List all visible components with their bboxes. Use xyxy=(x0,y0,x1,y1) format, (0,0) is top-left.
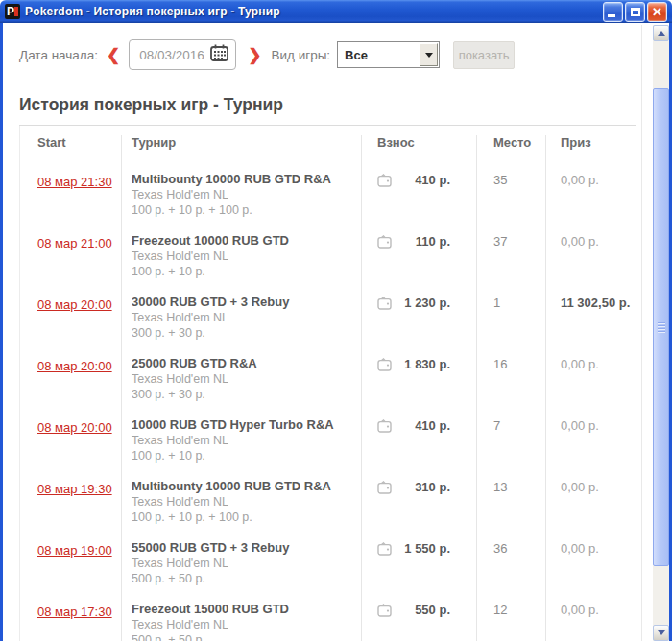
col-header-prize: Приз xyxy=(545,135,636,164)
start-date-label: Дата начала: xyxy=(19,48,98,62)
tournament-name: Freezeout 15000 RUB GTD xyxy=(132,602,361,617)
place-value: 37 xyxy=(476,226,545,287)
game-type-select[interactable]: Все xyxy=(337,41,440,68)
date-input[interactable]: 08/03/2016 xyxy=(129,39,236,70)
tournament-fee-breakdown: 300 р. + 30 р. xyxy=(132,387,361,402)
show-button[interactable]: показать xyxy=(453,41,515,69)
tournament-date-link[interactable]: 08 мар 20:00 xyxy=(37,420,112,435)
pokerdom-logo-icon: P xyxy=(5,4,20,19)
tournament-game-type: Texas Hold'em NL xyxy=(132,494,361,510)
prize-value: 0,00 р. xyxy=(545,594,636,641)
maximize-button[interactable] xyxy=(625,2,645,22)
table-row: 08 мар 20:00 30000 RUB GTD + 3 Rebuy Tex… xyxy=(20,287,636,348)
app-window: P Pokerdom - История покерных игр - Турн… xyxy=(0,0,672,641)
tournament-date-link[interactable]: 08 мар 19:00 xyxy=(37,543,112,558)
tournament-game-type: Texas Hold'em NL xyxy=(132,249,361,264)
maximize-icon xyxy=(631,8,640,16)
tournament-date-link[interactable]: 08 мар 17:30 xyxy=(37,605,112,619)
table-row: 08 мар 19:30 Multibounty 10000 RUB GTD R… xyxy=(20,471,636,533)
window-body: Дата начала: ❮ 08/03/2016 xyxy=(0,23,672,641)
wallet-icon xyxy=(377,604,392,621)
table-row: 08 мар 21:30 Multibounty 10000 RUB GTD R… xyxy=(20,164,636,226)
table-row: 08 мар 19:00 55000 RUB GTD + 3 Rebuy Tex… xyxy=(20,533,636,594)
title-bar[interactable]: P Pokerdom - История покерных игр - Турн… xyxy=(0,0,672,23)
wallet-icon xyxy=(377,174,392,191)
table-body: 08 мар 21:30 Multibounty 10000 RUB GTD R… xyxy=(20,164,636,641)
wallet-icon xyxy=(377,358,392,375)
col-header-start: Start xyxy=(20,135,121,164)
tournament-fee-breakdown: 300 р. + 30 р. xyxy=(132,325,361,341)
thumb-grip-icon xyxy=(658,322,665,334)
tournament-name: 30000 RUB GTD + 3 Rebuy xyxy=(132,295,361,310)
filter-bar: Дата начала: ❮ 08/03/2016 xyxy=(3,23,669,75)
buyin-amount: 410 р. xyxy=(415,173,450,187)
prize-value: 0,00 р. xyxy=(545,348,636,410)
tournament-name: 10000 RUB GTD Hyper Turbo R&A xyxy=(132,417,361,433)
place-value: 12 xyxy=(476,594,545,641)
scroll-up-button[interactable] xyxy=(653,25,669,41)
tournament-name: Multibounty 10000 RUB GTD R&A xyxy=(132,479,361,494)
tournament-fee-breakdown: 500 р. + 50 р. xyxy=(132,571,361,586)
prize-value: 0,00 р. xyxy=(545,471,636,533)
scroll-down-button[interactable] xyxy=(653,625,669,641)
minimize-button[interactable] xyxy=(603,2,623,22)
close-icon: ✕ xyxy=(648,4,666,21)
scrollbar-track[interactable] xyxy=(653,41,669,625)
prev-date-arrow[interactable]: ❮ xyxy=(107,47,120,63)
close-button[interactable]: ✕ xyxy=(647,2,667,22)
place-value: 16 xyxy=(476,348,545,410)
place-value: 35 xyxy=(476,164,545,226)
game-type-value: Все xyxy=(345,48,368,62)
buyin-amount: 1 550 р. xyxy=(404,541,450,556)
tournament-fee-breakdown: 100 р. + 10 р. + 100 р. xyxy=(132,202,361,218)
prize-value: 11 302,50 р. xyxy=(545,287,636,348)
table-header-row: Start Турнир Взнос Место Приз xyxy=(20,126,636,164)
tournament-name: Freezeout 10000 RUB GTD xyxy=(132,233,361,249)
vertical-scrollbar[interactable] xyxy=(653,25,669,641)
place-value: 7 xyxy=(476,410,545,471)
table-row: 08 мар 20:00 10000 RUB GTD Hyper Turbo R… xyxy=(20,410,636,471)
tournament-date-link[interactable]: 08 мар 21:00 xyxy=(37,236,112,250)
buyin-amount: 1 830 р. xyxy=(404,357,450,371)
next-date-arrow[interactable]: ❯ xyxy=(248,47,261,63)
buyin-amount: 1 230 р. xyxy=(404,296,450,310)
place-value: 36 xyxy=(476,533,545,594)
table-row: 08 мар 17:30 Freezeout 15000 RUB GTD Tex… xyxy=(20,594,636,641)
table-row: 08 мар 21:00 Freezeout 10000 RUB GTD Tex… xyxy=(20,226,636,287)
window-title: Pokerdom - История покерных игр - Турнир xyxy=(25,5,603,18)
tournament-date-link[interactable]: 08 мар 20:00 xyxy=(37,297,112,312)
dropdown-button[interactable] xyxy=(420,43,438,66)
tournament-date-link[interactable]: 08 мар 20:00 xyxy=(37,359,112,373)
content-gutter-line xyxy=(641,25,642,641)
place-value: 1 xyxy=(476,287,545,348)
table-row: 08 мар 20:00 25000 RUB GTD R&A Texas Hol… xyxy=(20,348,636,410)
buyin-amount: 550 р. xyxy=(415,603,450,617)
prize-value: 0,00 р. xyxy=(545,226,636,287)
scrollbar-thumb[interactable] xyxy=(653,88,669,566)
prize-value: 0,00 р. xyxy=(545,164,636,226)
scroll-up-icon xyxy=(658,31,665,36)
tournament-date-link[interactable]: 08 мар 19:30 xyxy=(37,482,112,496)
buyin-amount: 110 р. xyxy=(416,234,450,249)
buyin-amount: 310 р. xyxy=(415,480,450,494)
calendar-icon[interactable] xyxy=(210,44,228,65)
page-title: История покерных игр - Турнир xyxy=(19,92,669,117)
wallet-icon xyxy=(377,297,392,314)
place-value: 13 xyxy=(476,471,545,533)
scroll-down-icon xyxy=(658,630,665,635)
tournament-name: Multibounty 10000 RUB GTD R&A xyxy=(132,172,361,187)
tournament-date-link[interactable]: 08 мар 21:30 xyxy=(37,175,112,189)
date-value: 08/03/2016 xyxy=(139,48,204,62)
prize-value: 0,00 р. xyxy=(545,410,636,471)
col-header-place: Место xyxy=(476,135,545,164)
tournament-game-type: Texas Hold'em NL xyxy=(132,371,361,387)
col-header-buyin: Взнос xyxy=(361,135,476,164)
chevron-down-icon xyxy=(425,53,433,58)
wallet-icon xyxy=(377,542,392,559)
prize-value: 0,00 р. xyxy=(545,533,636,594)
wallet-icon xyxy=(377,235,392,252)
tournament-fee-breakdown: 500 р. + 50 р. xyxy=(132,632,361,641)
tournament-game-type: Texas Hold'em NL xyxy=(132,187,361,202)
wallet-icon xyxy=(377,419,392,437)
tournament-game-type: Texas Hold'em NL xyxy=(132,310,361,325)
